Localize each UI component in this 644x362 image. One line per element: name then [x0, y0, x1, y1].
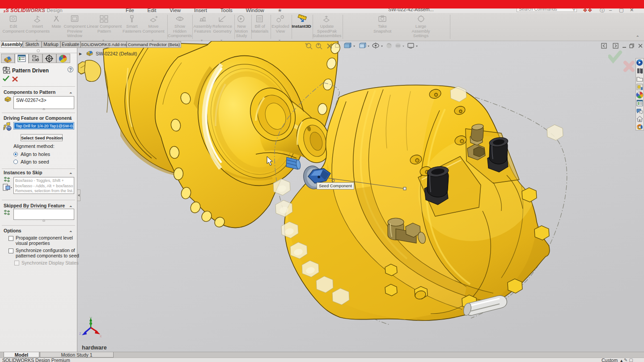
svg-text:x: x	[100, 334, 102, 338]
svg-text:z: z	[79, 331, 81, 336]
